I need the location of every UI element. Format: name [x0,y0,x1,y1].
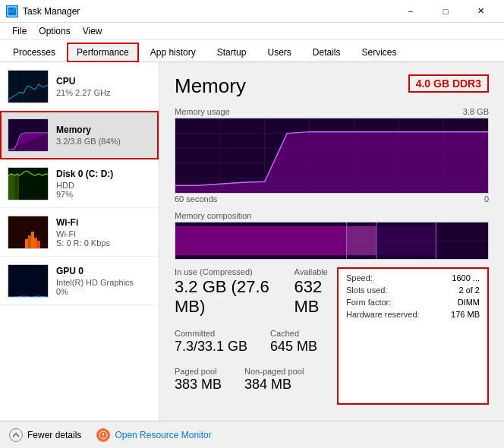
tab-bar: Processes Performance App history Startu… [0,39,504,62]
nonpaged-value: 384 MB [244,377,304,393]
paged-value: 383 MB [175,377,222,393]
paged-label: Paged pool [175,367,222,376]
menu-options[interactable]: Options [33,24,76,38]
svg-rect-14 [8,265,49,298]
tab-users[interactable]: Users [257,42,301,62]
stats-area: In use (Compressed) 3.2 GB (27.6 MB) Ava… [175,267,489,405]
sidebar-memory-sub: 3.2/3.8 GB (84%) [56,137,151,146]
sidebar-gpu-pct: 0% [56,287,151,296]
slots-label: Slots used: [346,286,387,295]
stat-cached: Cached 645 MB [270,329,317,355]
sidebar-disk-info: Disk 0 (C: D:) HDD 97% [56,169,151,199]
svg-rect-11 [31,232,34,248]
menu-bar: File Options View [0,23,504,39]
open-resource-monitor-button[interactable]: Open Resource Monitor [96,428,211,442]
sidebar-gpu-info: GPU 0 Intel(R) HD Graphics 0% [56,266,151,296]
panel-header: Memory 4.0 GB DDR3 [175,74,489,98]
cached-value: 645 MB [270,339,317,355]
sidebar-gpu-model: Intel(R) HD Graphics [56,278,151,287]
stat-paged: Paged pool 383 MB [175,367,222,393]
sidebar-item-memory[interactable]: Memory 3.2/3.8 GB (84%) [0,111,159,159]
info-slots: Slots used: 2 of 2 [346,286,480,295]
sidebar-item-gpu[interactable]: GPU 0 Intel(R) HD Graphics 0% [0,257,159,305]
form-value: DIMM [458,298,480,307]
memory-mini-chart [8,118,49,152]
title-bar-left: Task Manager [6,5,80,17]
main-content: CPU 21% 2.27 GHz Memory 3.2/3.8 GB (84%) [0,62,504,421]
stats-left: In use (Compressed) 3.2 GB (27.6 MB) Ava… [175,267,337,405]
speed-label: Speed: [346,273,373,282]
info-hw-reserved: Hardware reserved: 176 MB [346,310,480,319]
stat-committed: Committed 7.3/33.1 GB [175,329,247,355]
cached-label: Cached [270,329,317,338]
resource-monitor-label: Open Resource Monitor [115,430,211,440]
tab-app-history[interactable]: App history [140,42,206,62]
composition-label: Memory composition [175,211,489,220]
bottom-bar: Fewer details Open Resource Monitor [0,421,504,448]
title-bar-controls: − □ ✕ [393,0,498,23]
info-speed: Speed: 1600 ... [346,273,480,282]
slots-value: 2 of 2 [458,286,480,295]
stat-row-inuse-available: In use (Compressed) 3.2 GB (27.6 MB) Ava… [175,267,337,323]
fewer-details-label: Fewer details [27,430,81,440]
stat-nonpaged: Non-paged pool 384 MB [244,367,304,393]
svg-rect-10 [28,235,31,248]
maximize-button[interactable]: □ [428,0,463,23]
resource-monitor-icon [96,428,110,442]
svg-rect-31 [376,226,436,255]
right-panel: Memory 4.0 GB DDR3 Memory usage 3.8 GB [159,62,504,421]
svg-rect-29 [175,226,347,255]
sidebar-cpu-info: CPU 21% 2.27 GHz [56,76,151,97]
memory-composition-section: Memory composition [175,211,489,260]
usage-chart-label: Memory usage 3.8 GB [175,107,489,116]
sidebar-disk-type: HDD [56,181,151,190]
nonpaged-label: Non-paged pool [244,367,304,376]
speed-value: 1600 ... [452,273,480,282]
fewer-details-button[interactable]: Fewer details [9,428,81,442]
tab-performance[interactable]: Performance [67,43,139,62]
svg-rect-12 [34,238,37,248]
sidebar-item-wifi[interactable]: Wi-Fi Wi-Fi S: 0 R: 0 Kbps [0,208,159,257]
committed-value: 7.3/33.1 GB [175,339,247,355]
sidebar-cpu-sub: 21% 2.27 GHz [56,88,151,97]
tab-details[interactable]: Details [303,42,351,62]
available-value: 632 MB [295,277,337,317]
hw-label: Hardware reserved: [346,310,420,319]
svg-marker-7 [14,174,19,200]
in-use-label: In use (Compressed) [175,267,272,276]
info-form: Form factor: DIMM [346,298,480,307]
memory-info-box: Speed: 1600 ... Slots used: 2 of 2 Form … [337,267,489,405]
form-label: Form factor: [346,298,391,307]
stat-available: Available 632 MB [295,267,337,317]
menu-file[interactable]: File [6,24,33,38]
title-bar-title: Task Manager [23,6,80,17]
committed-label: Committed [175,329,247,338]
chart-time-labels: 60 seconds 0 [175,194,489,203]
panel-badge: 4.0 GB DDR3 [408,74,489,93]
svg-marker-6 [8,174,14,200]
tab-services[interactable]: Services [352,42,407,62]
memory-usage-chart [175,118,489,194]
disk-mini-chart [8,167,49,200]
sidebar-item-disk[interactable]: Disk 0 (C: D:) HDD 97% [0,159,159,208]
svg-rect-9 [25,239,28,248]
tab-processes[interactable]: Processes [3,42,65,62]
minimize-button[interactable]: − [393,0,428,23]
sidebar-wifi-info: Wi-Fi Wi-Fi S: 0 R: 0 Kbps [56,217,151,248]
sidebar-gpu-name: GPU 0 [56,266,151,276]
hw-value: 176 MB [451,310,480,319]
sidebar-item-cpu[interactable]: CPU 21% 2.27 GHz [0,62,159,111]
close-button[interactable]: ✕ [463,0,498,23]
svg-rect-32 [436,226,473,255]
fewer-details-icon [9,428,23,442]
gpu-mini-chart [8,264,49,298]
sidebar-cpu-name: CPU [56,76,151,87]
sidebar-wifi-name: Wi-Fi [56,217,151,228]
tab-startup[interactable]: Startup [207,42,257,62]
sidebar-wifi-type: Wi-Fi [56,229,151,238]
memory-usage-section: Memory usage 3.8 GB [175,107,489,203]
memory-composition-chart [175,222,489,260]
svg-rect-13 [37,241,40,248]
menu-view[interactable]: View [77,24,109,38]
app-icon [6,5,18,17]
